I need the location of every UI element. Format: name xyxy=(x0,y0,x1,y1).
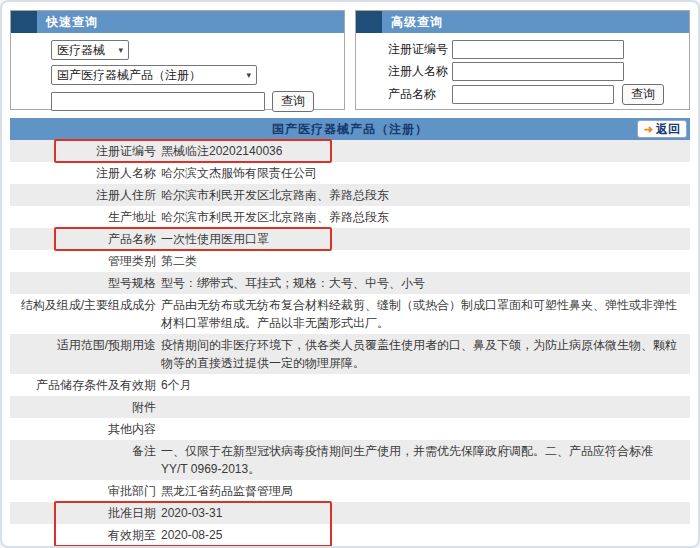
table-row: 附件 xyxy=(10,396,690,418)
detail-table: 国产医疗器械产品（注册） ➜ 返回 注册证编号黑械临注20202140036注册… xyxy=(10,118,690,546)
row-label: 批准日期 xyxy=(10,504,156,522)
table-row: 管理类别第二类 xyxy=(10,250,690,272)
row-value: 2020-03-31 xyxy=(161,504,690,522)
quick-query-body: 医疗器械 ▾ 国产医疗器械产品（注册） ▾ 查询 xyxy=(11,33,344,112)
registration-number-input[interactable] xyxy=(452,40,624,59)
table-row: 生产地址哈尔滨市利民开发区北京路南、养路总段东 xyxy=(10,206,690,228)
advanced-search-button[interactable]: 查询 xyxy=(622,84,664,105)
row-value: 哈尔滨市利民开发区北京路南、养路总段东 xyxy=(161,208,690,226)
quick-query-title: 快速查询 xyxy=(37,11,98,33)
row-label: 附件 xyxy=(10,398,156,416)
product-name-input[interactable] xyxy=(452,85,614,104)
advanced-query-panel: 高级查询 注册证编号 注册人名称 产品名称 查询 xyxy=(355,10,690,110)
back-button-label: 返回 xyxy=(656,121,680,138)
header-accent-block xyxy=(356,11,382,33)
table-row: 注册人住所哈尔滨市利民开发区北京路南、养路总段东 xyxy=(10,184,690,206)
row-value: 黑械临注20202140036 xyxy=(161,142,690,160)
quick-search-button[interactable]: 查询 xyxy=(272,91,314,112)
row-value xyxy=(161,420,690,438)
quick-query-header: 快速查询 xyxy=(11,11,344,33)
category-select[interactable]: 医疗器械 ▾ xyxy=(51,40,129,60)
row-label: 备注 xyxy=(10,442,156,478)
table-row: 备注一、仅限于在新型冠状病毒疫情期间生产使用，并需优先保障政府调配。二、产品应符… xyxy=(10,440,690,480)
row-value: 哈尔滨市利民开发区北京路南、养路总段东 xyxy=(161,186,690,204)
row-label: 管理类别 xyxy=(10,252,156,270)
row-label: 注册人住所 xyxy=(10,186,156,204)
header-accent-block xyxy=(11,11,37,33)
row-label: 型号规格 xyxy=(10,274,156,292)
table-row: 型号规格型号：绑带式、耳挂式；规格：大号、中号、小号 xyxy=(10,272,690,294)
table-row: 审批部门黑龙江省药品监督管理局 xyxy=(10,480,690,502)
row-label: 其他内容 xyxy=(10,420,156,438)
table-row: 注册人名称哈尔滨文杰服饰有限责任公司 xyxy=(10,162,690,184)
detail-table-title: 国产医疗器械产品（注册） xyxy=(10,118,690,140)
row-label: 适用范围/预期用途 xyxy=(10,336,156,372)
back-button[interactable]: ➜ 返回 xyxy=(637,120,687,138)
type-select[interactable]: 国产医疗器械产品（注册） ▾ xyxy=(51,65,257,85)
page: 快速查询 医疗器械 ▾ 国产医疗器械产品（注册） ▾ 查询 xyxy=(0,0,700,548)
row-label: 结构及组成/主要组成成分 xyxy=(10,296,156,332)
registration-number-label: 注册证编号 xyxy=(388,41,452,58)
registrant-name-label: 注册人名称 xyxy=(388,63,452,80)
row-value: 疫情期间的非医疗环境下，供各类人员覆盖住使用者的口、鼻及下颌，为防止病原体微生物… xyxy=(161,336,690,372)
advanced-query-title: 高级查询 xyxy=(382,11,443,33)
advanced-query-body: 注册证编号 注册人名称 产品名称 查询 xyxy=(356,33,689,105)
row-label: 有效期至 xyxy=(10,526,156,544)
quick-search-row: 查询 xyxy=(51,91,344,112)
row-value: 第二类 xyxy=(161,252,690,270)
row-value: 6个月 xyxy=(161,376,690,394)
row-value: 型号：绑带式、耳挂式；规格：大号、中号、小号 xyxy=(161,274,690,292)
quick-query-panel: 快速查询 医疗器械 ▾ 国产医疗器械产品（注册） ▾ 查询 xyxy=(10,10,345,110)
product-name-row: 产品名称 查询 xyxy=(388,84,689,105)
quick-search-input[interactable] xyxy=(51,92,265,111)
registration-number-row: 注册证编号 xyxy=(388,40,689,59)
row-value: 哈尔滨文杰服饰有限责任公司 xyxy=(161,164,690,182)
chevron-down-icon: ▾ xyxy=(118,45,123,55)
row-label: 注册人名称 xyxy=(10,164,156,182)
table-row: 批准日期2020-03-31 xyxy=(10,502,690,524)
query-panels: 快速查询 医疗器械 ▾ 国产医疗器械产品（注册） ▾ 查询 xyxy=(10,10,690,110)
row-label: 审批部门 xyxy=(10,482,156,500)
row-label: 产品名称 xyxy=(10,230,156,248)
row-value: 2020-08-25 xyxy=(161,526,690,544)
row-value: 一、仅限于在新型冠状病毒疫情期间生产使用，并需优先保障政府调配。二、产品应符合标… xyxy=(161,442,690,478)
row-value xyxy=(161,398,690,416)
table-row: 其他内容 xyxy=(10,418,690,440)
row-label: 产品储存条件及有效期 xyxy=(10,376,156,394)
row-value: 黑龙江省药品监督管理局 xyxy=(161,482,690,500)
table-row: 适用范围/预期用途疫情期间的非医疗环境下，供各类人员覆盖住使用者的口、鼻及下颌，… xyxy=(10,334,690,374)
category-select-value: 医疗器械 xyxy=(57,42,105,59)
chevron-down-icon: ▾ xyxy=(246,70,251,80)
table-row: 产品名称一次性使用医用口罩 xyxy=(10,228,690,250)
table-row: 结构及组成/主要组成成分产品由无纺布或无纺布复合材料经裁剪、缝制（或热合）制成口… xyxy=(10,294,690,334)
row-value: 一次性使用医用口罩 xyxy=(161,230,690,248)
table-row: 有效期至2020-08-25 xyxy=(10,524,690,546)
type-select-value: 国产医疗器械产品（注册） xyxy=(57,67,201,84)
row-value: 产品由无纺布或无纺布复合材料经裁剪、缝制（或热合）制成口罩面和可塑性鼻夹、弹性或… xyxy=(161,296,690,332)
registrant-name-row: 注册人名称 xyxy=(388,62,689,81)
arrow-right-icon: ➜ xyxy=(644,123,653,136)
detail-table-header: 国产医疗器械产品（注册） ➜ 返回 xyxy=(10,118,690,140)
table-row: 注册证编号黑械临注20202140036 xyxy=(10,140,690,162)
row-label: 生产地址 xyxy=(10,208,156,226)
row-label: 注册证编号 xyxy=(10,142,156,160)
detail-rows: 注册证编号黑械临注20202140036注册人名称哈尔滨文杰服饰有限责任公司注册… xyxy=(10,140,690,546)
product-name-label: 产品名称 xyxy=(388,86,452,103)
table-row: 产品储存条件及有效期6个月 xyxy=(10,374,690,396)
registrant-name-input[interactable] xyxy=(452,62,624,81)
advanced-query-header: 高级查询 xyxy=(356,11,689,33)
